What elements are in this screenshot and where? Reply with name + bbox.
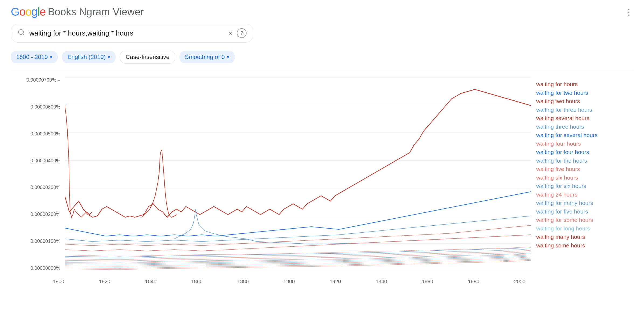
line-waiting-for-six-hours: [65, 253, 531, 262]
x-axis-label: 1980: [468, 279, 479, 285]
legend-item[interactable]: waiting some hours: [536, 241, 639, 250]
legend-item[interactable]: waiting for two hours: [536, 89, 639, 97]
search-input[interactable]: [29, 29, 224, 37]
y-label-4: 0.00000400%: [30, 158, 60, 164]
legend-item[interactable]: waiting four hours: [536, 139, 639, 148]
y-label-2: 0.00000200%: [30, 212, 60, 217]
legend: waiting for hourswaiting for two hourswa…: [531, 77, 644, 271]
filters: 1800 - 2019 ▾ English (2019) ▾ Case-Inse…: [0, 48, 644, 69]
chevron-down-icon: ▾: [50, 54, 52, 60]
search-icon: [18, 29, 25, 38]
svg-line-1: [23, 34, 24, 35]
line-early-spike: [65, 105, 92, 217]
y-label-6: 0.00000600%: [30, 104, 60, 110]
google-logo: Google: [11, 5, 46, 18]
legend-item[interactable]: waiting for long hours: [536, 224, 639, 233]
chevron-down-icon: ▾: [108, 54, 110, 60]
line-1830-spike: [141, 150, 177, 217]
chart-area: 0.00000700% – 0.00000600% 0.00000500% 0.…: [0, 72, 644, 276]
x-axis-label: 1880: [237, 279, 249, 285]
corpus-filter[interactable]: English (2019) ▾: [62, 51, 116, 63]
line-waiting-for-four-hours: [65, 248, 531, 257]
legend-item[interactable]: waiting several hours: [536, 114, 639, 122]
divider: [11, 69, 633, 69]
legend-item[interactable]: waiting for three hours: [536, 106, 639, 114]
legend-item[interactable]: waiting three hours: [536, 122, 639, 131]
y-label-7: 0.00000700% –: [26, 77, 60, 83]
y-label-0: 0.00000000%: [30, 265, 60, 271]
line-waiting-for-two-hours: [65, 192, 531, 236]
line-waiting-five-hours: [65, 250, 531, 260]
search-bar: × ?: [11, 24, 253, 43]
legend-item[interactable]: waiting 24 hours: [536, 190, 639, 199]
line-waiting-for-three-hours: [65, 216, 531, 242]
x-axis-label: 1840: [145, 279, 156, 285]
x-axis-label: 1900: [283, 279, 295, 285]
y-label-5: 0.00000500%: [30, 131, 60, 137]
legend-item[interactable]: waiting for six hours: [536, 182, 639, 190]
search-bar-container: × ?: [0, 21, 644, 48]
legend-item[interactable]: waiting two hours: [536, 97, 639, 106]
x-axis-label: 1800: [53, 279, 64, 285]
legend-item[interactable]: waiting for some hours: [536, 216, 639, 224]
x-axis: 1800182018401860188019001920194019601980…: [0, 276, 644, 285]
line-waiting-four-hours: [65, 247, 531, 256]
help-button[interactable]: ?: [237, 28, 247, 38]
legend-item[interactable]: waiting six hours: [536, 173, 639, 182]
y-label-3: 0.00000300%: [30, 185, 60, 190]
header: Google Books Ngram Viewer ⋮: [0, 0, 644, 21]
menu-icon[interactable]: ⋮: [625, 7, 633, 17]
chevron-down-icon: ▾: [227, 54, 229, 60]
chart-svg: [65, 77, 531, 271]
case-filter[interactable]: Case-Insensitive: [120, 51, 175, 64]
x-axis-label: 1960: [422, 279, 433, 285]
line-waiting-several-hours: [65, 225, 531, 246]
app-title: Books Ngram Viewer: [48, 6, 144, 18]
date-range-filter[interactable]: 1800 - 2019 ▾: [11, 51, 58, 63]
x-axis-label: 1860: [191, 279, 203, 285]
legend-item[interactable]: waiting for four hours: [536, 148, 639, 156]
clear-button[interactable]: ×: [228, 29, 233, 37]
chart-svg-wrap: [65, 77, 531, 271]
logo: Google Books Ngram Viewer: [11, 5, 144, 18]
smoothing-filter[interactable]: Smoothing of 0 ▾: [179, 51, 235, 63]
search-actions: × ?: [228, 28, 247, 38]
legend-item[interactable]: waiting for five hours: [536, 207, 639, 216]
x-axis-label: 2000: [514, 279, 525, 285]
x-axis-label: 1940: [376, 279, 387, 285]
line-waiting-for-hours: [65, 89, 531, 217]
legend-item[interactable]: waiting for the hours: [536, 156, 639, 165]
legend-item[interactable]: waiting for hours: [536, 80, 639, 89]
line-waiting-for-several-hours: [65, 235, 531, 251]
x-axis-label: 1920: [330, 279, 341, 285]
legend-item[interactable]: waiting many hours: [536, 233, 639, 241]
legend-item[interactable]: waiting for many hours: [536, 199, 639, 207]
chart-and-legend: waiting for hourswaiting for two hourswa…: [65, 77, 644, 271]
x-axis-label: 1820: [99, 279, 110, 285]
svg-point-0: [19, 29, 24, 34]
y-label-1: 0.00000100%: [30, 239, 60, 244]
legend-item[interactable]: waiting for several hours: [536, 131, 639, 139]
legend-item[interactable]: waiting five hours: [536, 165, 639, 173]
y-axis: 0.00000700% – 0.00000600% 0.00000500% 0.…: [16, 77, 65, 271]
